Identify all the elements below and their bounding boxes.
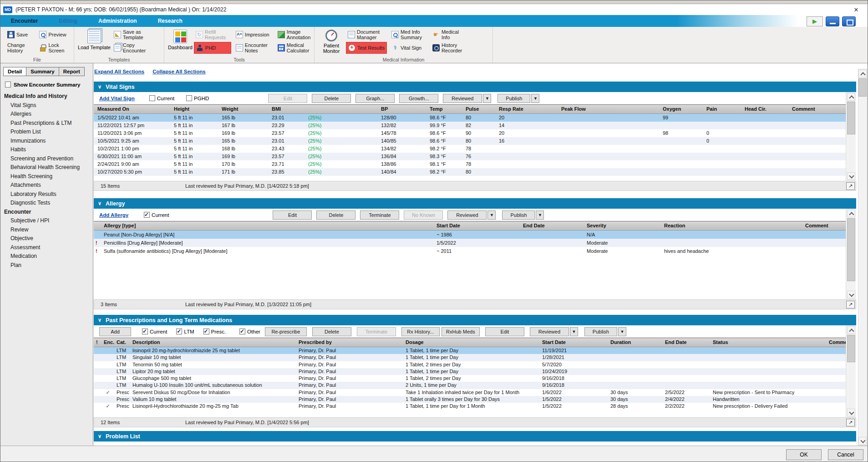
collapse-all-sections-link[interactable]: Collapse All Sections [152,69,206,74]
scrollbar-thumb[interactable] [847,335,855,362]
column-header[interactable]: Head Cir. [741,105,788,113]
popout-icon[interactable]: ↗ [846,301,855,308]
publish-dropdown-icon[interactable]: ▼ [531,94,539,103]
column-header[interactable]: Pulse [462,105,495,113]
publish-dropdown-icon[interactable]: ▼ [536,210,544,220]
table-row[interactable]: LTMGlucophage 500 mg tabletPrimary, Dr. … [94,375,846,382]
table-row[interactable]: 6/30/2021 11:00 am5 ft 11 in169 lb23.57(… [94,153,846,160]
pghd-checkbox[interactable] [186,95,192,101]
other-checkbox[interactable] [239,329,245,334]
table-row[interactable]: 1/5/2022 10:41 am5 ft 11 in165 lb23.01(2… [94,114,846,122]
copy-encounter-button[interactable]: Copy Encounter [112,42,155,54]
scroll-down-icon[interactable] [847,291,855,298]
lock-screen-button[interactable]: Lock Screen [37,42,69,54]
scroll-down-icon[interactable] [858,437,867,445]
sidebar-item[interactable]: Objective [3,234,90,243]
edit-button[interactable]: Edit [268,94,307,103]
table-row[interactable]: LTMLipitor 20 mg tabletPrimary, Dr. Paul… [94,368,846,375]
change-history-button[interactable]: Change History [5,42,35,54]
table-row[interactable]: ✓PrescLisinopril-Hydrochlorothiazide 20 … [94,403,846,410]
menu-tab-editing[interactable]: Editing [48,15,88,27]
column-header[interactable]: End Date [663,338,711,347]
table-row[interactable]: !Penicillins [Drug Allergy] [Moderate]1/… [94,239,846,247]
save-button[interactable]: Save [5,29,35,41]
column-header[interactable]: Comment [788,105,846,113]
refill-requests-button[interactable]: Refill Requests [194,29,231,41]
run-button[interactable]: ▶ [807,16,823,26]
re-prescribe-button[interactable]: Re-prescribe [265,327,307,336]
add-button[interactable]: Add [99,327,131,336]
edit-button[interactable]: Edit [273,210,312,220]
terminate-button[interactable]: Terminate [357,327,396,336]
sidebar-item[interactable]: Allergies [3,110,90,119]
popout-icon[interactable]: ↗ [846,419,855,426]
test-results-button[interactable]: Test Results [346,42,387,54]
no-known-button[interactable]: No Known [404,210,443,220]
image-annotation-button[interactable]: Image Annotation [276,29,317,41]
column-header[interactable]: Measured On [94,105,170,113]
sidebar-item[interactable]: Laboratory Results [3,190,90,199]
tab-detail[interactable]: Detail [3,67,26,76]
ltm-checkbox[interactable] [176,329,182,334]
sidebar-item[interactable]: Vital Signs [3,101,90,110]
edit-button[interactable]: Edit [485,327,524,336]
sidebar-item[interactable]: Screening and Prevention [3,154,90,164]
prescriptions-header[interactable]: ∨ Past Prescriptions and Long Term Medic… [94,315,856,325]
column-header[interactable]: Duration [608,338,663,347]
scroll-up-icon[interactable] [858,70,867,77]
publish-button[interactable]: Publish [584,327,617,336]
table-row[interactable]: 10/5/2021 9:25 am5 ft 11 in165 lb23.01(2… [94,137,846,145]
table-row[interactable]: 11/20/2021 3:06 pm5 ft 11 in169 lb23.57(… [94,129,846,137]
scrollbar-thumb[interactable] [858,78,867,97]
sidebar-item[interactable]: Behavioral Health Screening [3,163,90,172]
problem-list-header[interactable]: ∨ Problem List [94,431,856,441]
column-header[interactable]: Start Date [540,338,608,347]
patient-monitor-button[interactable]: Patient Monitor [318,29,345,54]
table-row[interactable]: 10/2/2021 1:00 pm5 ft 11 in168 lb23.43(2… [94,145,846,153]
allergy-header[interactable]: ∨ Allergy [94,198,856,209]
scroll-down-icon[interactable] [847,409,855,416]
column-header[interactable]: BMI [268,105,305,113]
ok-button[interactable]: OK [786,449,822,460]
scroll-up-icon[interactable] [847,326,855,334]
phd-button[interactable]: PHD [194,42,231,54]
current-checkbox[interactable] [144,212,150,218]
add-allergy-link[interactable]: Add Allergy [99,212,128,218]
med-info-summary-button[interactable]: Med Info Summary [390,29,428,41]
column-header[interactable] [94,221,100,230]
table-row[interactable]: Peanut [Non-Drug Allergy] [N/A]~ 1986N/A [94,231,846,239]
show-encounter-summary-checkbox[interactable] [5,82,11,87]
column-header[interactable]: Reaction [660,221,802,230]
terminate-button[interactable]: Terminate [360,210,399,220]
sidebar-item[interactable]: Attachments [3,181,90,190]
column-header[interactable]: Comment [802,221,846,230]
sidebar-item[interactable]: Diagnostic Tests [3,199,90,208]
table-row[interactable]: PrescValium 10 mg tabletPrimary, Dr. Pau… [94,396,846,403]
graph-button[interactable]: Graph... [355,94,395,103]
history-recorder-button[interactable]: History Recorder [431,42,466,54]
current-checkbox[interactable] [142,329,148,334]
medical-info-button[interactable]: Medical Info [431,29,466,41]
vital-signs-header[interactable]: ∨ Vital Signs [94,82,856,92]
vital-sign-button[interactable]: Vital Sign [390,42,428,54]
document-manager-button[interactable]: Document Manager [346,29,387,41]
column-header[interactable]: Allergy [type] [100,221,433,230]
column-header[interactable]: BP [377,105,426,113]
table-row[interactable]: !Sulfa (sulfonamide antibiotics) [Drug A… [94,247,846,255]
scrollbar-thumb[interactable] [847,218,855,281]
medical-calculator-button[interactable]: Medical Calculator [276,42,317,54]
column-header[interactable]: Dosage [403,338,540,347]
scroll-down-icon[interactable] [847,172,855,180]
sidebar-item[interactable]: Habits [3,145,90,154]
column-header[interactable]: Temp [426,105,462,113]
table-row[interactable]: LTMTenormin 50 mg tabletPrimary, Dr. Pau… [94,361,846,368]
load-template-button[interactable]: Load Template [78,29,111,50]
rx-history-button[interactable]: Rx History... [401,327,440,336]
sidebar-item[interactable]: Past Prescriptions & LTM [3,119,90,128]
column-header[interactable]: Description [130,338,296,347]
save-as-template-button[interactable]: Save as Template [112,29,155,41]
preview-button[interactable]: Preview [37,29,69,41]
column-header[interactable]: Oxygen [659,105,703,113]
table-row[interactable]: 10/27/2020 5:30 pm5 ft 11 in171 lb23.85(… [94,168,846,176]
publish-button[interactable]: Publish [502,210,535,220]
